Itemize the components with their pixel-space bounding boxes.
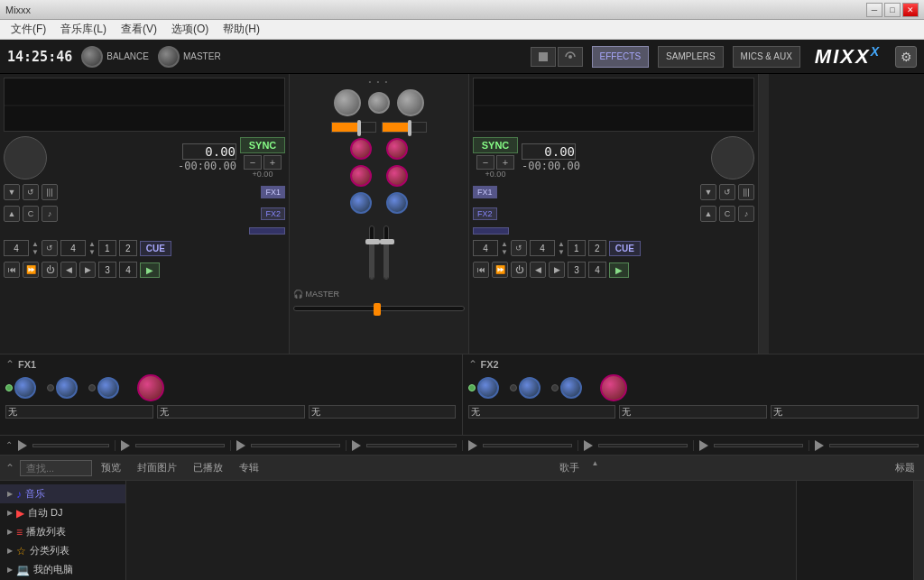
transport-expand-left[interactable]: ⌃ (5, 440, 13, 450)
loop-btn-2[interactable]: 2 (119, 240, 137, 256)
balance-knob[interactable] (81, 46, 103, 68)
loop-fwd-left[interactable]: ⏩ (23, 262, 39, 278)
fx1-power-dot-1[interactable] (5, 384, 13, 391)
loop-rbtn-2[interactable]: 2 (588, 240, 606, 256)
record-button[interactable] (531, 47, 556, 67)
fx2-power-dot-3[interactable] (551, 384, 559, 391)
fx2-power-dot-2[interactable] (510, 384, 517, 391)
gain-knob-right[interactable] (397, 89, 424, 116)
fader-right-thumb[interactable] (408, 120, 411, 136)
deck-ctrl-r2[interactable]: ↺ (719, 184, 735, 200)
deck-ctrl-4[interactable]: ▲ (4, 206, 20, 222)
maximize-button[interactable]: □ (884, 3, 901, 17)
deck-ctrl-r3[interactable]: ||| (738, 184, 754, 200)
browser-tab-album[interactable]: 专辑 (236, 459, 263, 476)
fx2-expand-icon[interactable]: ⌃ (468, 358, 477, 371)
sync-button-right[interactable]: SYNC (473, 137, 518, 153)
fx1-power-dot-2[interactable] (47, 384, 54, 391)
browser-expand-icon[interactable]: ⌃ (5, 462, 14, 474)
deck-ctrl-3[interactable]: ||| (42, 184, 58, 200)
loop-back-right[interactable]: ⏮ (473, 262, 489, 278)
eq-mid-right[interactable] (386, 165, 408, 187)
loop-num-right-2[interactable]: 4 (530, 240, 555, 256)
loop-btn-4[interactable]: 4 (119, 262, 137, 278)
eq-low-left[interactable] (350, 192, 372, 214)
fx2-select-2[interactable]: 无 (619, 405, 767, 419)
fx1-knob-body-2[interactable] (56, 377, 78, 399)
loop-prev-left[interactable]: ◀ (60, 262, 77, 278)
fx2-btn-right[interactable]: FX2 (473, 207, 497, 220)
master-knob[interactable] (158, 46, 180, 68)
deck-bpm-left[interactable] (182, 143, 236, 160)
fx2-knob-body-1[interactable] (477, 377, 499, 399)
fx1-btn-right[interactable]: FX1 (473, 186, 497, 198)
loop-rbtn-3[interactable]: 3 (568, 262, 586, 278)
menu-options[interactable]: 选项(O) (164, 20, 216, 39)
deck-ctrl-5[interactable]: C (23, 206, 39, 222)
loop-repeat-left[interactable]: ↺ (42, 240, 58, 256)
menu-help[interactable]: 帮助(H) (216, 20, 267, 39)
loop-prev-right[interactable]: ◀ (530, 262, 546, 278)
eq-high-left[interactable] (350, 138, 372, 160)
loop-pwr-right[interactable]: ⏻ (511, 262, 527, 278)
play-button-right[interactable]: ▶ (609, 262, 629, 278)
deck-ctrl-2[interactable]: ↺ (23, 184, 39, 200)
loop-num-left-2[interactable]: 4 (60, 240, 86, 256)
crossfader-thumb[interactable] (374, 303, 381, 316)
fx2-btn-left[interactable]: FX2 (261, 207, 285, 220)
samplers-button[interactable]: SAMPLERS (658, 46, 723, 68)
deck-ctrl-r1[interactable]: ▼ (700, 184, 716, 200)
sidebar-item-music[interactable]: ▶ ♪ 音乐 (0, 484, 125, 503)
transport-play-2[interactable] (121, 440, 130, 451)
fx1-select-1[interactable]: 无 (5, 405, 153, 419)
gain-knob-left[interactable] (334, 89, 361, 116)
cue-button-right[interactable]: CUE (609, 241, 641, 256)
browser-right-scroll[interactable] (913, 481, 924, 580)
fx2-knob-body-2[interactable] (519, 377, 541, 399)
sidebar-item-crate[interactable]: ▶ ☆ 分类列表 (0, 541, 125, 560)
loop-down-1[interactable]: ▼ (32, 248, 39, 256)
fx1-select-2[interactable]: 无 (157, 405, 305, 419)
loop-down-2[interactable]: ▼ (88, 248, 96, 256)
settings-button[interactable]: ⚙ (895, 46, 917, 68)
fx1-super-knob-body[interactable] (137, 374, 164, 401)
loop-up-r2[interactable]: ▲ (558, 240, 565, 248)
fx2-select-1[interactable]: 无 (468, 405, 616, 419)
browser-tab-played[interactable]: 已播放 (189, 459, 226, 476)
sync-minus-right[interactable]: − (476, 155, 494, 170)
sidebar-item-playlist[interactable]: ▶ ≡ 播放列表 (0, 522, 125, 541)
fx2-select-3[interactable]: 无 (771, 405, 919, 419)
fx1-knob-body-3[interactable] (97, 377, 119, 399)
loop-rbtn-4[interactable]: 4 (588, 262, 606, 278)
loop-num-left-1[interactable]: 4 (4, 240, 29, 256)
browser-tab-cover[interactable]: 封面图片 (134, 459, 180, 476)
vol-thumb-left[interactable] (365, 239, 380, 244)
mics-aux-button[interactable]: MICS & AUX (733, 46, 800, 68)
fx1-select-3[interactable]: 无 (309, 405, 457, 419)
loop-btn-3[interactable]: 3 (98, 262, 116, 278)
cue-button-left[interactable]: CUE (140, 241, 171, 256)
menu-file[interactable]: 文件(F) (4, 20, 53, 39)
loop-next-right[interactable]: ▶ (549, 262, 565, 278)
loop-repeat-right[interactable]: ↺ (511, 240, 527, 256)
sync-button-left[interactable]: SYNC (240, 137, 285, 153)
eq-mid-left[interactable] (350, 165, 372, 187)
close-button[interactable]: ✕ (902, 3, 919, 17)
loop-pwr-left[interactable]: ⏻ (42, 262, 58, 278)
loop-back-left[interactable]: ⏮ (4, 262, 20, 278)
sync-minus-left[interactable]: − (244, 155, 262, 170)
loop-num-right-1[interactable]: 4 (473, 240, 498, 256)
transport-play-1[interactable] (18, 440, 27, 451)
loop-up-r1[interactable]: ▲ (501, 240, 508, 248)
browser-tab-preview[interactable]: 预览 (97, 459, 125, 476)
vol-thumb-right[interactable] (380, 239, 394, 244)
transport-play-5[interactable] (468, 440, 477, 451)
fx1-btn-left[interactable]: FX1 (261, 186, 285, 198)
loop-btn-1[interactable]: 1 (98, 240, 116, 256)
sort-arrow-icon[interactable]: ▲ (592, 459, 599, 476)
eq-low-right[interactable] (386, 192, 408, 214)
fx2-super-knob-body[interactable] (600, 374, 627, 401)
transport-play-8[interactable] (815, 440, 824, 451)
fx2-power-dot-1[interactable] (468, 384, 476, 391)
loop-down-r1[interactable]: ▼ (501, 248, 508, 256)
